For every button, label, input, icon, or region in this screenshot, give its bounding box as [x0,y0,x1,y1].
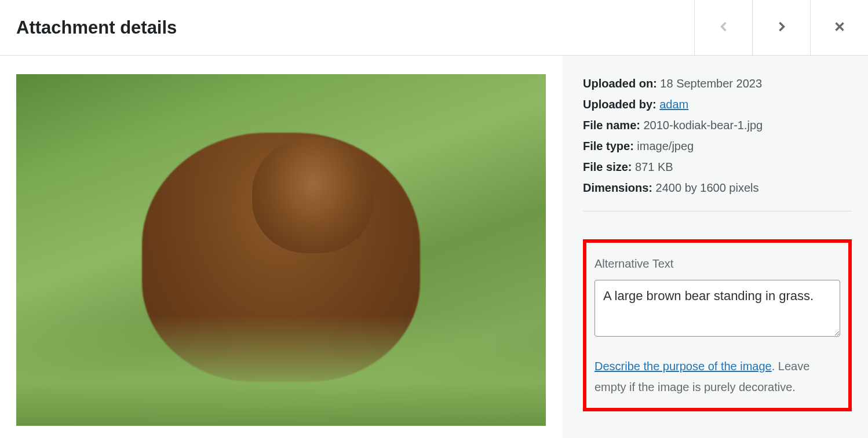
meta-label: Uploaded on: [583,77,657,90]
attachment-image[interactable] [16,74,546,426]
describe-image-link[interactable]: Describe the purpose of the image [595,360,772,373]
next-button[interactable] [752,0,810,55]
image-content [16,316,546,426]
meta-value: 871 KB [635,160,673,173]
meta-label: File name: [583,119,640,132]
meta-value: image/jpeg [637,140,694,152]
alt-help-text: Describe the purpose of the image. Leave… [595,356,840,397]
divider [583,211,852,211]
meta-label: File type: [583,140,634,152]
header-nav [694,0,868,55]
page-title: Attachment details [16,17,177,38]
modal-header: Attachment details [0,0,868,56]
close-icon [832,19,847,36]
meta-dimensions: Dimensions: 2400 by 1600 pixels [583,177,852,198]
meta-value: 2010-kodiak-bear-1.jpg [643,119,763,132]
meta-value: 18 September 2023 [660,77,762,90]
meta-value: 2400 by 1600 pixels [656,181,759,194]
meta-file-name: File name: 2010-kodiak-bear-1.jpg [583,115,852,136]
meta-label: Uploaded by: [583,98,657,111]
uploader-link[interactable]: adam [659,98,688,111]
alt-text-label: Alternative Text [595,253,840,274]
meta-label: File size: [583,160,632,173]
content-area: Uploaded on: 18 September 2023 Uploaded … [0,56,868,438]
prev-button [694,0,752,55]
meta-label: Dimensions: [583,181,652,194]
alt-text-section: Alternative Text Describe the purpose of… [583,239,852,411]
close-button[interactable] [810,0,868,55]
meta-file-size: File size: 871 KB [583,156,852,177]
meta-uploaded-on: Uploaded on: 18 September 2023 [583,73,852,94]
chevron-left-icon [716,19,732,37]
image-content [252,137,374,253]
details-sidebar: Uploaded on: 18 September 2023 Uploaded … [562,56,868,438]
meta-uploaded-by: Uploaded by: adam [583,94,852,115]
alt-text-input[interactable] [595,280,840,337]
meta-file-type: File type: image/jpeg [583,136,852,156]
chevron-right-icon [774,19,790,37]
preview-pane [0,56,562,438]
